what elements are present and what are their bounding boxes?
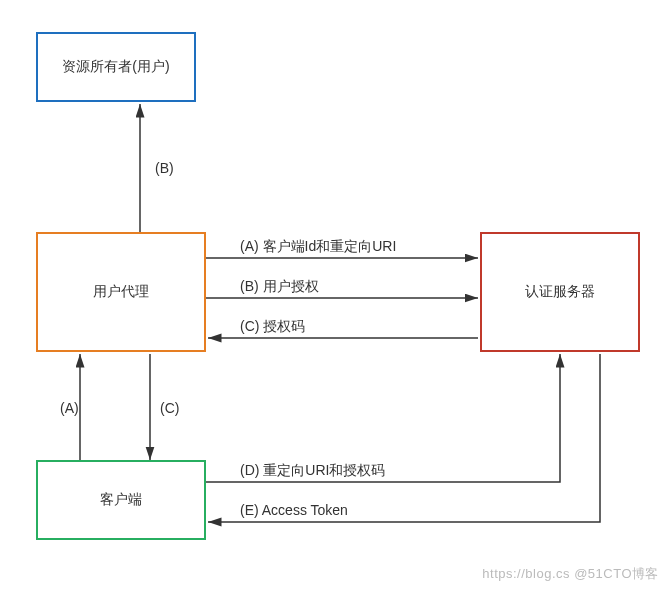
edge-label-a: (A) 客户端Id和重定向URI: [240, 238, 396, 256]
edge-label-a-vertical: (A): [60, 400, 79, 416]
edge-label-d: (D) 重定向URI和授权码: [240, 462, 385, 480]
oauth-flow-diagram: 资源所有者(用户) 用户代理 认证服务器 客户端 (B) (A) (C) (A)…: [0, 0, 669, 589]
watermark: https://blog.cs @51CTO博客: [482, 565, 659, 583]
edge-label-e: (E) Access Token: [240, 502, 348, 518]
edge-label-c: (C) 授权码: [240, 318, 305, 336]
edge-label-c-vertical: (C): [160, 400, 179, 416]
node-auth-server: 认证服务器: [480, 232, 640, 352]
node-user-agent-label: 用户代理: [93, 283, 149, 301]
node-resource-owner-label: 资源所有者(用户): [62, 58, 169, 76]
node-resource-owner: 资源所有者(用户): [36, 32, 196, 102]
node-client-label: 客户端: [100, 491, 142, 509]
node-client: 客户端: [36, 460, 206, 540]
edge-label-b-vertical: (B): [155, 160, 174, 176]
edge-label-b: (B) 用户授权: [240, 278, 319, 296]
node-user-agent: 用户代理: [36, 232, 206, 352]
node-auth-server-label: 认证服务器: [525, 283, 595, 301]
